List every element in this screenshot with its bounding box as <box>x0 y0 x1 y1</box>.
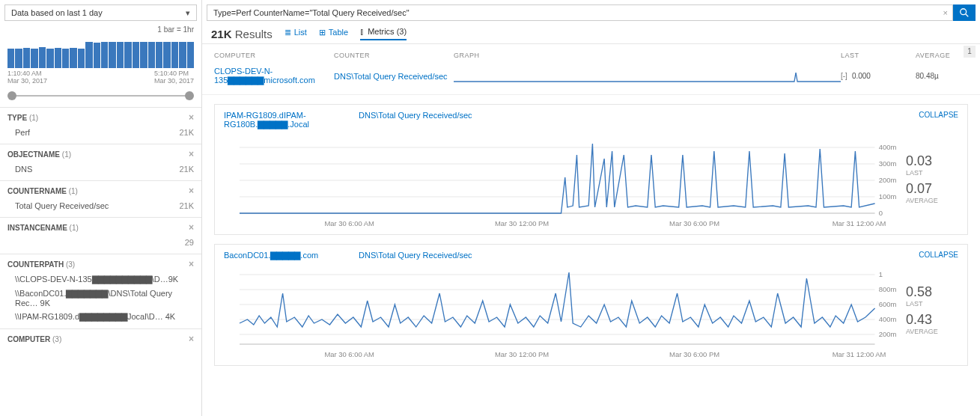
svg-text:200m: 200m <box>879 331 897 338</box>
facet-row[interactable]: Perf21K <box>7 126 194 139</box>
svg-text:400m: 400m <box>879 316 897 323</box>
svg-text:Mar 30 12:00 PM: Mar 30 12:00 PM <box>495 220 549 227</box>
result-count: 21K Results <box>211 28 273 40</box>
collapse-button[interactable]: COLLAPSE <box>919 251 958 259</box>
svg-text:Mar 30 6:00 AM: Mar 30 6:00 AM <box>324 351 374 358</box>
svg-text:100m: 100m <box>879 193 897 201</box>
sparkline <box>454 70 841 83</box>
facet-type: TYPE (1)× Perf21K <box>0 107 201 144</box>
computer-link[interactable]: IPAM-RG1809.dIPAM-RG180B.▇▇▇▇▇.Jocal <box>224 111 344 129</box>
facet-row[interactable]: DNS21K <box>7 162 194 176</box>
tab-metrics[interactable]: Metrics (3) <box>360 27 407 40</box>
close-icon[interactable]: × <box>189 186 194 196</box>
facet-row[interactable]: \\CLOPS-DEV-N-135▇▇▇▇▇▇▇▇▇▇\D…9K <box>7 272 194 287</box>
counter-link[interactable]: DNS\Total Query Received/sec <box>334 72 454 81</box>
metric-row-collapsed: CLOPS-DEV-N-135▇▇▇▇▇▇microsoft.com DNS\T… <box>202 62 980 95</box>
svg-text:800m: 800m <box>879 286 897 293</box>
svg-text:0: 0 <box>879 209 883 217</box>
slider-thumb-right[interactable] <box>185 91 194 100</box>
svg-text:Mar 30 12:00 PM: Mar 30 12:00 PM <box>495 351 549 358</box>
line-chart: 1 800m 600m 400m 200m Mar 30 6:00 AM Mar… <box>224 263 898 361</box>
collapse-button[interactable]: COLLAPSE <box>919 111 958 119</box>
computer-link[interactable]: CLOPS-DEV-N-135▇▇▇▇▇▇microsoft.com <box>214 67 334 85</box>
svg-point-0 <box>961 9 967 15</box>
computer-link[interactable]: BaconDC01.▇▇▇▇▇.com <box>224 251 344 260</box>
facet-row[interactable]: \\BaconDC01.▇▇▇▇▇▇▇\DNS\Total Query Rec…… <box>7 287 194 310</box>
clear-icon[interactable]: × <box>943 8 948 17</box>
counter-link[interactable]: DNS\Total Query Received/sec <box>359 251 472 260</box>
counter-link[interactable]: DNS\Total Query Received/sec <box>359 111 472 129</box>
close-icon[interactable]: × <box>189 222 194 233</box>
facet-countername: COUNTERNAME (1)× Total Query Received/se… <box>0 180 201 217</box>
page-number[interactable]: 1 <box>964 46 976 58</box>
tab-table[interactable]: Table <box>319 28 348 40</box>
search-button[interactable] <box>953 4 976 21</box>
main-panel: Type=Perf CounterName="Total Query Recei… <box>202 0 980 416</box>
close-icon[interactable]: × <box>189 112 194 123</box>
svg-text:Mar 30 6:00 PM: Mar 30 6:00 PM <box>669 351 719 358</box>
svg-text:200m: 200m <box>879 177 897 184</box>
search-input[interactable]: Type=Perf CounterName="Total Query Recei… <box>207 4 953 21</box>
bar-hint: 1 bar = 1hr <box>0 25 194 34</box>
metric-card-ipam: IPAM-RG1809.dIPAM-RG180B.▇▇▇▇▇.Jocal DNS… <box>214 104 968 235</box>
close-icon[interactable]: × <box>189 149 194 159</box>
facet-counterpath: COUNTERPATH (3)× \\CLOPS-DEV-N-135▇▇▇▇▇▇… <box>0 254 201 328</box>
sidebar: Data based on last 1 day 1 bar = 1hr 1:1… <box>0 0 202 416</box>
tab-list[interactable]: List <box>284 28 307 40</box>
svg-text:300m: 300m <box>879 160 897 168</box>
facet-row[interactable]: Total Query Received/sec21K <box>7 199 194 212</box>
svg-text:400m: 400m <box>879 144 897 151</box>
svg-text:Mar 31 12:00 AM: Mar 31 12:00 AM <box>833 220 886 227</box>
expand-toggle[interactable]: [-] <box>841 72 847 80</box>
close-icon[interactable]: × <box>189 259 194 269</box>
column-headers: COMPUTER COUNTER GRAPH LAST AVERAGE <box>202 44 980 62</box>
line-chart: 400m 300m 200m 100m 0 Mar 30 6:00 AM Mar… <box>224 132 898 230</box>
tabs: 21K Results List Table Metrics (3) <box>202 21 980 44</box>
histogram-overview[interactable] <box>0 35 201 68</box>
histogram-timelabels: 1:10:40 AMMar 30, 2017 5:10:40 PMMar 30,… <box>0 68 201 88</box>
svg-text:Mar 31 12:00 AM: Mar 31 12:00 AM <box>833 351 886 358</box>
svg-text:Mar 30 6:00 PM: Mar 30 6:00 PM <box>669 220 719 227</box>
facet-row[interactable]: 29 <box>7 236 194 249</box>
facet-row[interactable]: \\IPAM-RG1809.d▇▇▇▇▇▇▇▇Jocal\D… 4K <box>7 310 194 324</box>
slider-thumb-left[interactable] <box>7 91 16 100</box>
svg-text:Mar 30 6:00 AM: Mar 30 6:00 AM <box>324 220 374 227</box>
timerange-slider[interactable] <box>7 91 194 101</box>
metric-card-bacon: BaconDC01.▇▇▇▇▇.com DNS\Total Query Rece… <box>214 244 968 366</box>
svg-line-1 <box>966 14 969 17</box>
svg-text:600m: 600m <box>879 301 897 308</box>
facet-objectname: OBJECTNAME (1)× DNS21K <box>0 144 201 180</box>
metric-stats: 0.03LAST 0.07AVERAGE <box>898 132 958 230</box>
svg-text:1: 1 <box>879 271 883 278</box>
search-icon <box>959 7 970 18</box>
close-icon[interactable]: × <box>189 334 194 344</box>
facet-instancename: INSTANCENAME (1)× 29 <box>0 217 201 254</box>
metric-stats: 0.58LAST 0.43AVERAGE <box>898 263 958 361</box>
facet-computer: COMPUTER (3)× <box>0 328 201 352</box>
timerange-dropdown[interactable]: Data based on last 1 day <box>4 4 197 21</box>
